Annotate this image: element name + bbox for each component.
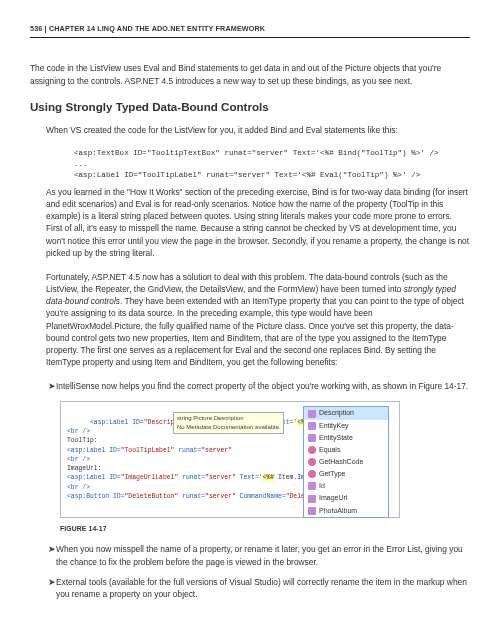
intellisense-dropdown[interactable]: Description EntityKey EntityState Equals… xyxy=(303,406,389,517)
bullet-3: ➤ External tools (available for the full… xyxy=(30,576,470,600)
method-icon xyxy=(308,470,316,478)
autocomplete-item-label: GetType xyxy=(319,469,345,479)
paragraph-1: When VS created the code for the ListVie… xyxy=(46,124,470,136)
bullet-mark-icon: ➤ xyxy=(30,380,56,393)
bullet-mark-icon: ➤ xyxy=(30,576,56,600)
property-icon xyxy=(308,410,316,418)
autocomplete-item[interactable]: PhotoAlbum xyxy=(304,505,388,517)
autocomplete-item[interactable]: ImageUrl xyxy=(304,492,388,504)
autocomplete-item[interactable]: Id xyxy=(304,480,388,492)
autocomplete-item[interactable]: Description xyxy=(304,407,388,419)
section-heading: Using Strongly Typed Data-Bound Controls xyxy=(30,99,470,116)
autocomplete-item-label: GetHashCode xyxy=(319,457,363,467)
intellisense-tooltip: string Picture.Description No Metadata D… xyxy=(173,412,284,433)
autocomplete-item-label: Id xyxy=(319,481,325,491)
property-icon xyxy=(308,507,316,515)
figure-caption: FIGURE 14-17 xyxy=(60,524,470,534)
autocomplete-item-label: EntityKey xyxy=(319,421,349,431)
tooltip-line-1: string Picture.Description xyxy=(177,414,280,423)
property-icon xyxy=(308,422,316,430)
paragraph-3a: Fortunately, ASP.NET 4.5 now has a solut… xyxy=(46,272,448,294)
bullet-1: ➤ IntelliSense now helps you find the co… xyxy=(30,380,470,393)
paragraph-3: Fortunately, ASP.NET 4.5 now has a solut… xyxy=(46,271,470,369)
property-icon xyxy=(308,482,316,490)
bullet-2-text: When you now misspell the name of a prop… xyxy=(56,543,470,567)
bullet-2: ➤ When you now misspell the name of a pr… xyxy=(30,543,470,567)
chapter-title: CHAPTER 14 LINQ AND THE ADO.NET ENTITY F… xyxy=(49,24,265,33)
figure-14-17: <asp:Label ID="DescriptionLabel" runat="… xyxy=(60,401,400,517)
method-icon xyxy=(308,446,316,454)
page-header: 536 | CHAPTER 14 LINQ AND THE ADO.NET EN… xyxy=(30,24,470,34)
autocomplete-item[interactable]: Equals xyxy=(304,444,388,456)
autocomplete-item-label: PhotoAlbum xyxy=(319,506,357,516)
method-icon xyxy=(308,458,316,466)
page-number: 536 xyxy=(30,24,42,33)
figure-content: <asp:Label ID="DescriptionLabel" runat="… xyxy=(63,404,397,514)
header-rule xyxy=(30,37,470,38)
tooltip-line-2: No Metadata Documentation available. xyxy=(177,423,280,432)
autocomplete-item[interactable]: GetHashCode xyxy=(304,456,388,468)
bullet-3-text: External tools (available for the full v… xyxy=(56,576,470,600)
bullet-mark-icon: ➤ xyxy=(30,543,56,567)
bullet-1-text: IntelliSense now helps you find the corr… xyxy=(56,380,470,393)
property-icon xyxy=(308,434,316,442)
code-sample-1: <asp:TextBox ID="TooltipTextBox" runat="… xyxy=(74,148,470,181)
autocomplete-item-label: Description xyxy=(319,408,354,418)
autocomplete-item[interactable]: GetType xyxy=(304,468,388,480)
intro-paragraph: The code in the ListView uses Eval and B… xyxy=(30,62,470,86)
autocomplete-item-label: Equals xyxy=(319,445,340,455)
autocomplete-item[interactable]: EntityKey xyxy=(304,420,388,432)
autocomplete-item-label: EntityState xyxy=(319,433,353,443)
autocomplete-item[interactable]: EntityState xyxy=(304,432,388,444)
paragraph-3b: . They have been extended with an ItemTy… xyxy=(46,296,464,367)
property-icon xyxy=(308,495,316,503)
paragraph-2: As you learned in the "How It Works" sec… xyxy=(46,186,470,259)
autocomplete-item-label: ImageUrl xyxy=(319,493,347,503)
